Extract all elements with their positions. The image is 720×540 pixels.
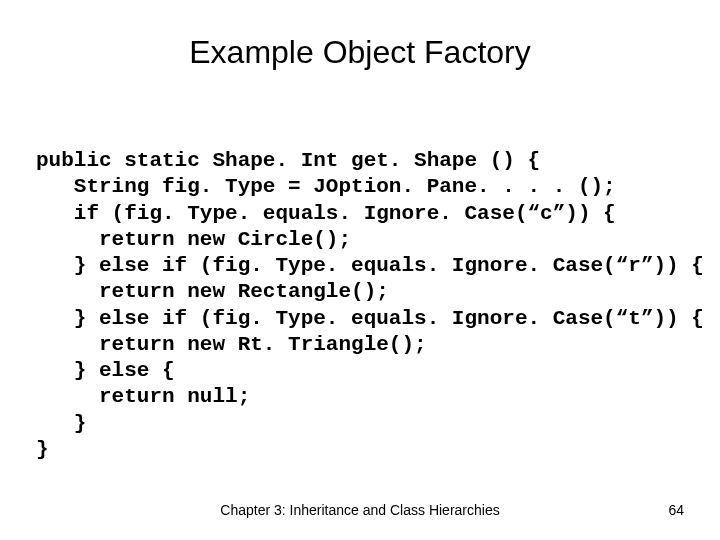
footer-chapter: Chapter 3: Inheritance and Class Hierarc…	[0, 502, 720, 518]
code-line: return new Rt. Triangle();	[36, 333, 427, 356]
page-number: 64	[668, 502, 684, 518]
code-line: if (fig. Type. equals. Ignore. Case(“c”)…	[36, 202, 616, 225]
slide-title: Example Object Factory	[0, 34, 720, 71]
code-block: public static Shape. Int get. Shape () {…	[36, 148, 684, 463]
code-line: public static Shape. Int get. Shape () {	[36, 149, 540, 172]
code-line: } else if (fig. Type. equals. Ignore. Ca…	[36, 254, 704, 277]
slide: Example Object Factory public static Sha…	[0, 0, 720, 540]
code-line: String fig. Type = JOption. Pane. . . . …	[36, 175, 616, 198]
code-line: return null;	[36, 385, 250, 408]
code-line: return new Circle();	[36, 228, 351, 251]
code-line: } else if (fig. Type. equals. Ignore. Ca…	[36, 307, 704, 330]
code-line: } else {	[36, 359, 175, 382]
code-line: return new Rectangle();	[36, 280, 389, 303]
code-line: }	[36, 412, 86, 435]
code-line: }	[36, 438, 49, 461]
